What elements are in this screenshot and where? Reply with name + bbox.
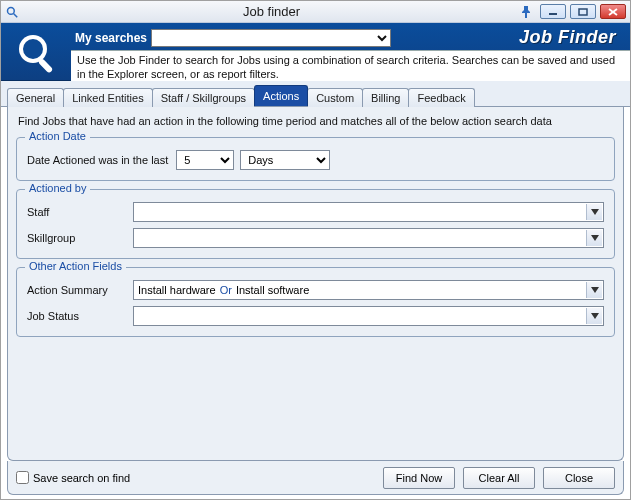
save-on-find-checkbox[interactable]	[16, 471, 29, 484]
content-panel: Find Jobs that have had an action in the…	[7, 107, 624, 461]
chevron-down-icon	[586, 230, 602, 246]
intro-text: Find Jobs that have had an action in the…	[18, 115, 615, 127]
svg-rect-2	[549, 13, 557, 15]
combo-action-summary[interactable]: Install hardware Or Install software	[133, 280, 604, 300]
legend-actioned-by: Actioned by	[25, 182, 90, 194]
maximize-button[interactable]	[570, 4, 596, 19]
select-action-number[interactable]: 5	[176, 150, 234, 170]
titlebar: Job finder	[1, 1, 630, 23]
tab-custom[interactable]: Custom	[307, 88, 363, 107]
svg-point-7	[23, 39, 43, 59]
label-job-status: Job Status	[27, 310, 127, 322]
tab-actions[interactable]: Actions	[254, 85, 308, 106]
select-action-unit[interactable]: Days	[240, 150, 330, 170]
label-skillgroup: Skillgroup	[27, 232, 127, 244]
clear-all-button[interactable]: Clear All	[463, 467, 535, 489]
tab-feedback[interactable]: Feedback	[408, 88, 474, 107]
header-description: Use the Job Finder to search for Jobs us…	[71, 50, 630, 85]
tab-billing[interactable]: Billing	[362, 88, 409, 107]
window-title: Job finder	[25, 4, 518, 19]
close-dialog-button[interactable]: Close	[543, 467, 615, 489]
save-on-find-label: Save search on find	[33, 472, 130, 484]
svg-rect-8	[38, 58, 54, 74]
save-on-find-wrapper[interactable]: Save search on find	[16, 471, 130, 484]
chevron-down-icon	[586, 308, 602, 324]
svg-rect-3	[579, 9, 587, 15]
tabstrip: General Linked Entities Staff / Skillgro…	[1, 81, 630, 107]
combo-skillgroup[interactable]	[133, 228, 604, 248]
group-other-action-fields: Other Action Fields Action Summary Insta…	[16, 267, 615, 337]
group-action-date: Action Date Date Actioned was in the las…	[16, 137, 615, 181]
label-staff: Staff	[27, 206, 127, 218]
chevron-down-icon	[586, 282, 602, 298]
footer: Save search on find Find Now Clear All C…	[7, 461, 624, 495]
svg-point-0	[8, 7, 15, 14]
find-now-button[interactable]: Find Now	[383, 467, 455, 489]
combo-staff[interactable]	[133, 202, 604, 222]
label-action-summary: Action Summary	[27, 284, 127, 296]
search-icon	[5, 5, 19, 19]
header: My searches Job Finder Use the Job Finde…	[1, 23, 630, 81]
legend-other: Other Action Fields	[25, 260, 126, 272]
legend-action-date: Action Date	[25, 130, 90, 142]
close-button[interactable]	[600, 4, 626, 19]
group-actioned-by: Actioned by Staff Skillgroup	[16, 189, 615, 259]
label-date-actioned: Date Actioned was in the last	[27, 154, 168, 166]
my-searches-select[interactable]	[151, 29, 391, 47]
tab-linked-entities[interactable]: Linked Entities	[63, 88, 153, 107]
minimize-button[interactable]	[540, 4, 566, 19]
app-logo-icon	[1, 23, 71, 80]
tab-staff-skillgroups[interactable]: Staff / Skillgroups	[152, 88, 255, 107]
my-searches-label: My searches	[75, 31, 147, 45]
svg-line-1	[14, 13, 18, 17]
pin-icon[interactable]	[518, 4, 534, 20]
chevron-down-icon	[586, 204, 602, 220]
tab-general[interactable]: General	[7, 88, 64, 107]
app-name: Job Finder	[395, 27, 624, 48]
combo-job-status[interactable]	[133, 306, 604, 326]
